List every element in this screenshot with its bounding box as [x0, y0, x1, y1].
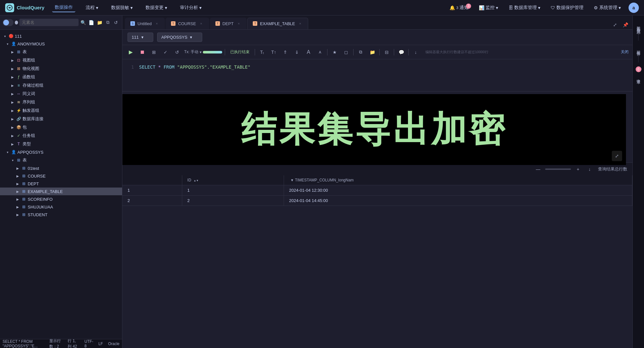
zoom-out-btn[interactable]: — — [534, 165, 543, 174]
line-number-1: 1 — [128, 63, 134, 71]
trig-icon: ⚡ — [16, 108, 21, 113]
toolbar-divider — [255, 49, 255, 55]
tab-icon-untitled: S — [130, 21, 135, 26]
indent-up-btn[interactable]: ⇑ — [281, 48, 290, 57]
tree-item-conn[interactable]: ▶ 🔗 数据库连接 — [0, 115, 122, 123]
tree-item-appqossys[interactable]: ▾ 👤 APPQOSSYS — [0, 148, 122, 156]
tree-item-shujukuaa[interactable]: ▶ ⊞ SHUJUKUAA — [0, 203, 122, 211]
tree-item-func[interactable]: ▶ ƒ 函数组 — [0, 73, 122, 81]
tree-item-seq[interactable]: ▶ ≋ 序列组 — [0, 98, 122, 106]
font-size-btn[interactable]: Tₜ — [258, 48, 267, 57]
chevron-down-icon: ▾ — [5, 42, 10, 46]
code-editor[interactable]: 1 SELECT * FROM "APPQOSSYS"."EXAMPLE_TAB… — [122, 59, 632, 92]
check-button[interactable]: ✓ — [161, 48, 170, 57]
copy-icon[interactable]: ⧉ — [104, 18, 111, 27]
refresh-icon[interactable]: ↺ — [113, 18, 119, 27]
pin-button[interactable]: 📌 — [621, 20, 630, 29]
text-small-btn[interactable]: A — [316, 48, 325, 57]
nav-data-protection[interactable]: 🛡 数据保护管理 — [548, 4, 586, 12]
star-btn[interactable]: ★ — [330, 48, 339, 57]
tree-item-dept[interactable]: ▶ ⊞ DEPT — [0, 180, 122, 188]
folder-icon[interactable]: 📁 — [96, 18, 103, 27]
tree-item-anonymous[interactable]: ▾ 👤 ANONYMOUS — [0, 40, 122, 48]
layout-btn[interactable]: ⊟ — [382, 48, 391, 57]
chevron-down-icon: ▾ — [130, 5, 133, 10]
tree-item-student[interactable]: ▶ ⊞ STUDENT — [0, 211, 122, 218]
tree-item-mview[interactable]: ▶ ⊠ 物化视图 — [0, 64, 122, 73]
nav-db-manage[interactable]: 🗄 数据库管理 ▾ — [506, 4, 543, 12]
undo-button[interactable]: ↺ — [173, 48, 182, 57]
expand-button[interactable]: ⤢ — [611, 20, 620, 29]
comment2-btn[interactable]: 💬 — [397, 48, 406, 57]
schema-selector[interactable]: APPQOSSYS ▾ — [157, 33, 202, 42]
tree-item-example-table[interactable]: ▶ ⊞ EXAMPLE_TABLE — [0, 188, 122, 195]
cell-id-1: 1 — [182, 185, 284, 196]
font-up-btn[interactable]: T↑ — [269, 48, 278, 57]
tree-item-task[interactable]: ▶ ✓ 任务组 — [0, 131, 122, 140]
tree-item-type[interactable]: ▶ T 类型 — [0, 140, 122, 148]
nav-system[interactable]: ⚙ 系统管理 ▾ — [591, 4, 623, 12]
nav-flow[interactable]: 流程 ▾ — [83, 4, 101, 12]
zoom-in-btn[interactable]: + — [573, 165, 582, 174]
tab-close-example[interactable]: × — [298, 21, 303, 26]
tab-icon-example: T — [253, 21, 257, 26]
new-file-icon[interactable]: 📄 — [88, 18, 95, 27]
copy-btn[interactable]: ⧉ — [356, 48, 365, 57]
results-count: 查询结果总行数 — [598, 166, 627, 172]
nav-audit[interactable]: 审计分析 ▾ — [177, 4, 204, 12]
right-sidebar-apply-label[interactable]: 申请单 — [634, 73, 642, 81]
search-button[interactable]: 🔍 — [80, 18, 87, 27]
tree-item-view[interactable]: ▶ ⊡ 视图组 — [0, 56, 122, 64]
tab-example-table[interactable]: T EXAMPLE_TABLE × — [247, 18, 308, 29]
col-header-id[interactable]: ID ▲▼ — [182, 175, 284, 185]
tree-item-table[interactable]: ▶ ⊞ 表 — [0, 48, 122, 56]
tree-label-111: 111 — [15, 34, 22, 39]
sidebar-search-input[interactable] — [19, 19, 79, 26]
right-sidebar-tasks[interactable]: 运行任务 — [634, 44, 642, 52]
user-avatar[interactable]: a — [629, 3, 639, 13]
nav-data-change[interactable]: 数据变更 ▾ — [143, 4, 170, 12]
close-button[interactable]: 关闭 — [621, 49, 629, 55]
nav-data-operations[interactable]: 数据操作 — [52, 3, 75, 12]
sidebar-divider — [638, 34, 639, 41]
tree-item-111[interactable]: ▾ 🔴 111 — [0, 32, 122, 40]
db-selector[interactable]: 111 ▾ — [128, 33, 153, 42]
gear-icon: ⚙ — [594, 5, 598, 10]
nav-desensitization[interactable]: 数据脱敏 ▾ — [109, 4, 135, 12]
text-large-btn[interactable]: A — [304, 48, 313, 57]
notification-bell[interactable]: 🔔 3 通知 3 — [447, 4, 471, 12]
tab-close-untitled[interactable]: × — [154, 21, 159, 26]
format-button[interactable]: ⊞ — [149, 48, 158, 57]
indent-down-btn[interactable]: ⇓ — [292, 48, 301, 57]
tab-close-course[interactable]: × — [199, 21, 204, 26]
tab-close-dept[interactable]: × — [236, 21, 241, 26]
download-results-btn[interactable]: ↓ — [585, 165, 594, 174]
run-button[interactable]: ▶ — [126, 48, 135, 57]
tab-dept[interactable]: T DEPT × — [210, 18, 247, 29]
tree-label-mview: 物化视图 — [23, 66, 39, 72]
overlay-fullscreen-btn[interactable]: ⤢ — [612, 151, 622, 161]
col-header-ts[interactable]: ▼ TIMESTAMP_COLUMN_longNam — [284, 175, 632, 185]
toolbar-divider — [394, 49, 394, 55]
tree-item-proc[interactable]: ▶ ≡ 存储过程组 — [0, 81, 122, 90]
chevron-right-icon: ▶ — [10, 117, 15, 121]
tree-item-trig[interactable]: ▶ ⚡ 触发器组 — [0, 106, 122, 115]
tree-item-scoreinfo[interactable]: ▶ ⊞ SCOREINFO — [0, 195, 122, 203]
nav-monitor[interactable]: 📊 监控 ▾ — [476, 4, 501, 12]
chevron-down-icon: ▾ — [190, 35, 192, 40]
tree-item-syn[interactable]: ▶ ↔ 同义词 — [0, 90, 122, 98]
comment-btn[interactable]: ◻ — [342, 48, 351, 57]
tab-label-course: COURSE — [178, 21, 196, 26]
sidebar-toggle[interactable] — [3, 19, 14, 26]
tab-untitled[interactable]: S Untitled × — [125, 18, 165, 29]
tree-item-appq-table[interactable]: ▾ ⊞ 表 — [0, 156, 122, 164]
folder-btn[interactable]: 📁 — [368, 48, 377, 57]
tree-item-pkg[interactable]: ▶ 📦 包 — [0, 123, 122, 131]
tree-item-course[interactable]: ▶ ⊞ COURSE — [0, 172, 122, 180]
tree-item-01test[interactable]: ▶ ⊞ 01test — [0, 164, 122, 172]
op-asterisk: * — [158, 64, 161, 70]
tab-course[interactable]: T COURSE × — [166, 18, 209, 29]
toolbar-divider — [353, 49, 354, 55]
stop-button[interactable]: ⏹ — [138, 48, 147, 57]
download-btn[interactable]: ↓ — [411, 48, 420, 57]
